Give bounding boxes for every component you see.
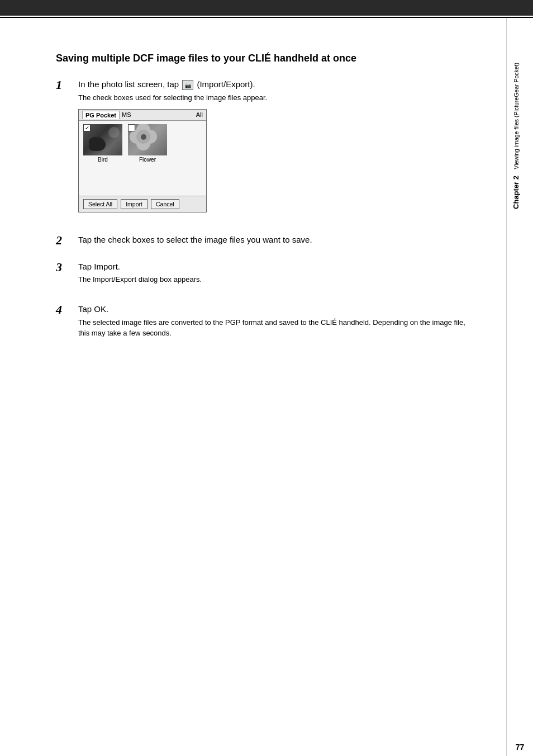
step-1: 1 In the photo list screen, tap 📷 (Impor… [56, 78, 473, 221]
sidebar-chapter-label: Chapter 2 Viewing image files (PictureGe… [512, 63, 533, 209]
ss-ms-label: MS [122, 111, 131, 118]
step-2-number: 2 [56, 234, 74, 247]
step-3-content: Tap Import. The Import/Export dialog box… [78, 261, 473, 291]
section-title: Saving multiple DCF image files to your … [56, 51, 473, 65]
step-4-number: 4 [56, 303, 74, 316]
step-1-main-text: In the photo list screen, tap 📷 (Import/… [78, 78, 473, 91]
step-4-sub-text: The selected image files are converted t… [78, 318, 473, 339]
ss-checkbox-flower[interactable] [128, 124, 135, 131]
ss-tab-pgpocket: PG Pocket [82, 111, 120, 119]
step-3-sub-text: The Import/Export dialog box appears. [78, 275, 473, 285]
page-number: 77 [507, 743, 533, 752]
step-3: 3 Tap Import. The Import/Export dialog b… [56, 261, 473, 291]
ss-image-bird: ✓ Bird [83, 124, 122, 163]
ss-image-bird-wrapper: ✓ [83, 124, 122, 155]
screenshot-box: PG Pocket MS All ✓ Bird [78, 109, 207, 212]
step-2: 2 Tap the check boxes to select the imag… [56, 234, 473, 248]
step-4-main-text: Tap OK. [78, 303, 473, 315]
ss-select-all-button[interactable]: Select All [83, 199, 117, 209]
step-4: 4 Tap OK. The selected image files are c… [56, 303, 473, 344]
step-2-content: Tap the check boxes to select the image … [78, 234, 473, 248]
import-export-icon: 📷 [182, 80, 193, 90]
ss-import-button[interactable]: Import [121, 199, 147, 209]
step-1-text-after: (Import/Export). [197, 79, 255, 89]
ss-buttons: Select All Import Cancel [79, 196, 206, 212]
ss-label-bird: Bird [98, 157, 108, 163]
ss-all-label: All [196, 111, 203, 118]
step-3-main-text: Tap Import. [78, 261, 473, 273]
ss-empty-area [79, 165, 206, 196]
ss-cancel-button[interactable]: Cancel [151, 199, 179, 209]
ss-image-flower: Flower [128, 124, 167, 163]
step-1-text-before: In the photo list screen, tap [78, 79, 181, 89]
ss-checkbox-bird[interactable]: ✓ [83, 124, 91, 131]
step-4-content: Tap OK. The selected image files are con… [78, 303, 473, 344]
step-2-main-text: Tap the check boxes to select the image … [78, 234, 473, 246]
step-1-number: 1 [56, 78, 74, 92]
step-1-sub-text: The check boxes used for selecting the i… [78, 93, 473, 103]
content-area: Saving multiple DCF image files to your … [0, 18, 506, 756]
ss-label-flower: Flower [139, 157, 156, 163]
sidebar-chapter-title: Viewing image files (PictureGear Pocket) [513, 63, 520, 169]
ss-images: ✓ Bird Flower [79, 121, 206, 165]
top-bar [0, 0, 533, 16]
sidebar-chapter-num: Chapter 2 [512, 176, 520, 209]
ss-header: PG Pocket MS All [79, 110, 206, 121]
right-sidebar: Chapter 2 Viewing image files (PictureGe… [506, 18, 533, 756]
step-1-content: In the photo list screen, tap 📷 (Import/… [78, 78, 473, 221]
main-content: Saving multiple DCF image files to your … [0, 18, 533, 756]
step-3-number: 3 [56, 261, 74, 274]
ss-image-flower-wrapper [128, 124, 167, 155]
